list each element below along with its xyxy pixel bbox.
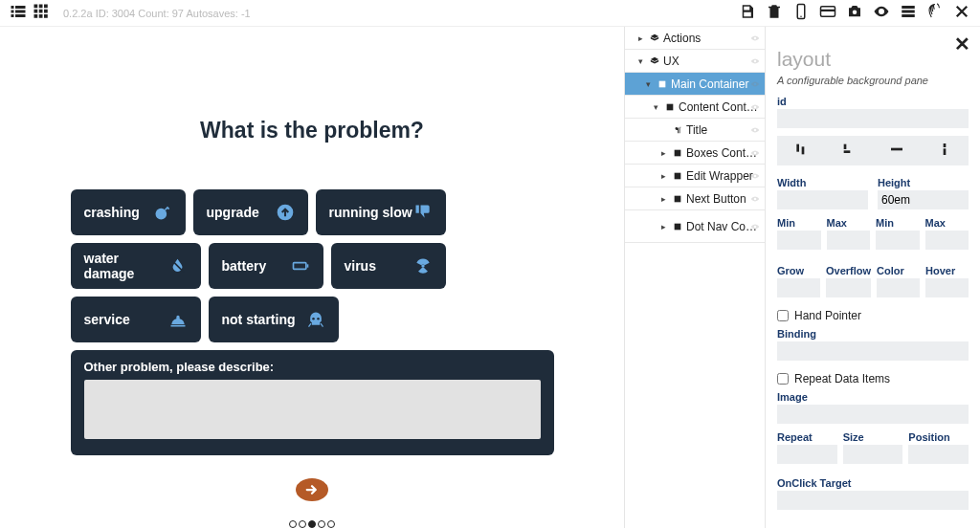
svg-rect-37 xyxy=(796,144,799,152)
onclick-field[interactable] xyxy=(777,491,969,510)
svg-rect-39 xyxy=(844,144,847,149)
option-crashing[interactable]: crashing xyxy=(71,189,186,235)
position-field[interactable] xyxy=(908,445,969,464)
tree-item-actions[interactable]: ▸Actions xyxy=(625,27,765,50)
height-max-field[interactable] xyxy=(925,231,969,250)
align-3-icon[interactable] xyxy=(889,142,904,160)
svg-rect-11 xyxy=(44,10,48,13)
svg-rect-4 xyxy=(15,11,26,13)
describe-label: Other problem, please describe: xyxy=(84,360,541,374)
tree-item-main-container[interactable]: ▾Main Container xyxy=(625,73,765,96)
trash-icon[interactable] xyxy=(766,3,783,23)
option-battery[interactable]: battery xyxy=(209,243,323,289)
svg-rect-1 xyxy=(11,11,14,13)
binding-field[interactable] xyxy=(777,341,969,361)
option-not-starting[interactable]: not starting xyxy=(209,297,339,342)
tree-item-edit-wrapper[interactable]: ▸Edit Wrapper xyxy=(625,165,765,187)
svg-rect-13 xyxy=(39,14,43,18)
describe-textarea[interactable] xyxy=(84,380,541,439)
align-1-icon[interactable] xyxy=(793,142,809,160)
svg-rect-41 xyxy=(891,148,902,151)
list-view-icon[interactable] xyxy=(10,3,27,23)
thumbs-down-icon xyxy=(413,203,433,222)
svg-rect-43 xyxy=(944,148,947,155)
align-2-icon[interactable] xyxy=(841,142,857,160)
id-field[interactable] xyxy=(777,109,969,128)
mobile-icon[interactable] xyxy=(792,3,810,23)
size-field[interactable] xyxy=(843,445,903,464)
svg-rect-8 xyxy=(44,5,48,9)
svg-rect-21 xyxy=(902,11,915,13)
svg-rect-7 xyxy=(39,5,43,9)
svg-point-23 xyxy=(155,209,167,220)
width-min-field[interactable] xyxy=(777,231,821,250)
arrow-up-icon xyxy=(276,203,295,222)
dot-0[interactable] xyxy=(289,520,297,528)
svg-point-16 xyxy=(800,16,802,18)
close-icon[interactable]: ✕ xyxy=(954,33,970,55)
hover-field[interactable] xyxy=(925,278,969,297)
save-icon[interactable] xyxy=(739,3,756,23)
svg-rect-6 xyxy=(34,5,38,9)
tree-item-dot-nav-container[interactable]: ▸Dot Nav Container xyxy=(625,210,765,243)
bomb-icon xyxy=(153,203,172,222)
overflow-field[interactable] xyxy=(826,278,871,297)
option-service[interactable]: service xyxy=(71,297,201,342)
svg-rect-2 xyxy=(11,14,14,17)
next-button[interactable] xyxy=(296,478,328,501)
width-field[interactable] xyxy=(777,190,868,209)
dot-3[interactable] xyxy=(318,520,325,528)
svg-rect-35 xyxy=(675,195,681,202)
svg-rect-5 xyxy=(15,14,26,17)
width-max-field[interactable] xyxy=(827,231,871,250)
svg-rect-40 xyxy=(844,150,851,153)
svg-rect-14 xyxy=(44,14,48,18)
camera-icon[interactable] xyxy=(846,3,863,23)
toolbar xyxy=(739,3,970,23)
grid-view-icon[interactable] xyxy=(33,3,50,23)
tree-item-boxes-container[interactable]: ▸Boxes Container xyxy=(625,142,765,165)
svg-point-30 xyxy=(317,318,320,320)
properties-panel: ✕ layout A configurable background pane … xyxy=(766,27,980,528)
align-modes xyxy=(777,136,969,165)
height-field[interactable] xyxy=(878,190,969,209)
repeat-field[interactable] xyxy=(777,445,837,464)
image-field[interactable] xyxy=(777,405,969,424)
hand-pointer-checkbox[interactable]: Hand Pointer xyxy=(777,309,969,322)
tree-item-content-container[interactable]: ▾Content Container xyxy=(625,96,765,119)
option-running-slow[interactable]: running slow xyxy=(316,189,446,235)
svg-rect-25 xyxy=(293,263,305,270)
bell-icon xyxy=(168,310,188,329)
tree-panel: ▸Actions▾UX▾Main Container▾Content Conta… xyxy=(624,27,766,528)
view-mode-icons xyxy=(10,3,50,23)
describe-wrapper: Other problem, please describe: xyxy=(71,350,554,455)
option-virus[interactable]: virus xyxy=(331,243,446,289)
height-min-field[interactable] xyxy=(876,231,920,250)
radiation-icon xyxy=(413,256,433,275)
color-field[interactable] xyxy=(877,278,920,297)
align-4-icon[interactable] xyxy=(937,142,952,160)
card-icon[interactable] xyxy=(819,3,836,23)
battery-icon xyxy=(291,256,310,275)
fingerprint-icon[interactable] xyxy=(926,3,944,23)
tree-item-next-button[interactable]: ▸Next Button xyxy=(625,187,765,210)
eye-icon[interactable] xyxy=(873,3,890,23)
page-title: What is the problem? xyxy=(200,118,424,143)
svg-rect-36 xyxy=(675,223,681,230)
grow-field[interactable] xyxy=(777,278,820,297)
svg-rect-32 xyxy=(667,103,674,110)
topbar: 0.2.2a ID: 3004 Count: 97 Autosaves: -1 xyxy=(0,0,980,27)
close-icon[interactable] xyxy=(953,3,970,23)
svg-rect-20 xyxy=(902,6,915,9)
dot-4[interactable] xyxy=(327,520,335,528)
option-upgrade[interactable]: upgrade xyxy=(193,189,308,235)
repeat-items-checkbox[interactable]: Repeat Data Items xyxy=(777,372,969,385)
dot-1[interactable] xyxy=(299,520,306,528)
rows-icon[interactable] xyxy=(900,3,917,23)
tree-item-ux[interactable]: ▾UX xyxy=(625,50,765,73)
dot-2[interactable] xyxy=(308,520,316,528)
svg-rect-26 xyxy=(306,264,308,267)
svg-rect-0 xyxy=(11,6,14,9)
tree-item-title[interactable]: Title xyxy=(625,119,765,142)
option-water-damage[interactable]: water damage xyxy=(71,243,201,289)
